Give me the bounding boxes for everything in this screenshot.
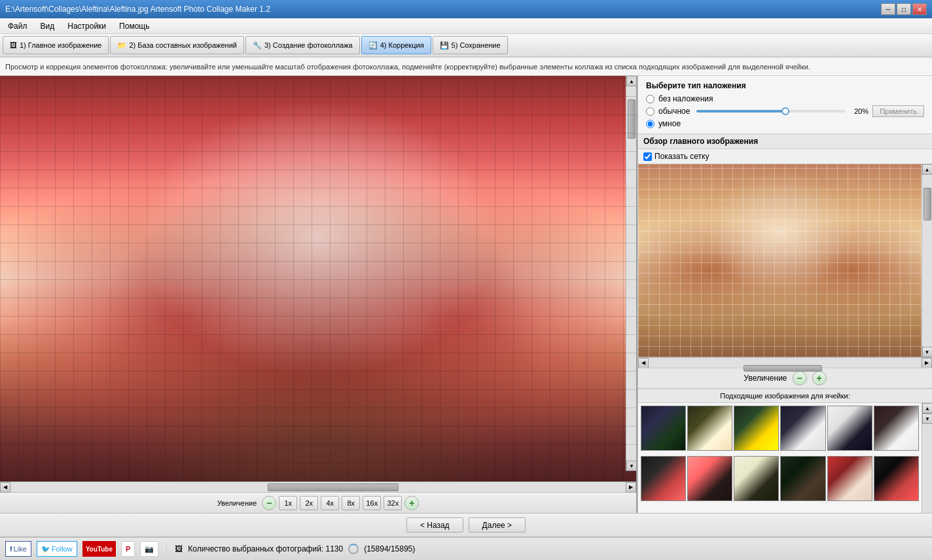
photos-count-icon: 🖼: [175, 544, 183, 553]
right-zoom-in-button[interactable]: +: [812, 371, 827, 385]
divider: [166, 542, 167, 555]
zoom-8x-button[interactable]: 8x: [342, 496, 360, 510]
matching-scroll-wrap: ▲ ▼: [638, 403, 932, 513]
menu-file[interactable]: Файл: [3, 20, 33, 32]
matching-title: Подходящие изображения для ячейки:: [638, 389, 932, 403]
step1-icon: 🖼: [10, 41, 17, 49]
list-item[interactable]: [780, 456, 825, 501]
list-item[interactable]: [780, 406, 825, 451]
zoom-label: Увеличение: [217, 499, 257, 507]
matching-scrollbar-v[interactable]: ▲ ▼: [922, 403, 932, 513]
matching-section: Подходящие изображения для ячейки:: [638, 389, 932, 513]
main-content: ▲ ▼ ◀ ▶ Увеличение − 1x 2x 4x 8x 16x 32x…: [0, 76, 932, 513]
preview-wrap: ▲ ▼: [638, 164, 932, 357]
preview-scroll-down[interactable]: ▼: [922, 347, 933, 357]
list-item[interactable]: [827, 406, 872, 451]
list-item[interactable]: [827, 456, 872, 501]
progress-spinner: [348, 544, 359, 554]
back-button[interactable]: < Назад: [406, 517, 463, 533]
step2-label: 2) База составных изображений: [129, 41, 236, 49]
matching-grid: [638, 403, 922, 508]
scroll-left-arrow[interactable]: ◀: [0, 482, 10, 493]
show-grid-bar: Показать сетку: [638, 149, 932, 164]
preview-scroll-left[interactable]: ◀: [638, 358, 649, 368]
list-item[interactable]: [734, 456, 779, 501]
list-item[interactable]: [687, 456, 732, 501]
info-text: Просмотр и коррекция элементов фотоколла…: [5, 63, 810, 71]
menu-help[interactable]: Помощь: [114, 20, 154, 32]
collage-image-inner: [0, 76, 636, 481]
scroll-h-thumb[interactable]: [268, 483, 399, 491]
preview-scroll-track-v: [922, 175, 933, 347]
zoom-1x-button[interactable]: 1x: [279, 496, 297, 510]
next-button[interactable]: Далее >: [469, 517, 526, 533]
info-bar: Просмотр и коррекция элементов фотоколла…: [0, 58, 932, 76]
title-bar: E:\Artensoft\Collages\Aleftina\Aleftina.…: [0, 0, 932, 18]
matching-scroll-down[interactable]: ▼: [922, 413, 932, 424]
menu-bar: Файл Вид Настройки Помощь: [0, 18, 932, 34]
step5-label: 5) Сохранение: [452, 41, 501, 49]
right-zoom-out-button[interactable]: −: [793, 371, 807, 385]
window-controls: ─ □ ✕: [881, 3, 927, 15]
progress-label: (15894/15895): [364, 544, 415, 553]
preview-header: Обзор главного изображения: [638, 134, 932, 149]
fb-like-label: Like: [14, 545, 27, 553]
overlay-section: Выберите тип наложения без наложения обы…: [638, 76, 932, 134]
overlay-none-radio[interactable]: [646, 95, 654, 103]
scroll-right-arrow[interactable]: ▶: [626, 482, 636, 493]
step2-icon: 📁: [117, 41, 126, 50]
list-item[interactable]: [874, 456, 919, 501]
right-zoom-label: Увеличение: [744, 374, 787, 383]
zoom-out-button[interactable]: −: [262, 496, 276, 510]
instagram-button[interactable]: 📷: [140, 541, 158, 557]
pinterest-button[interactable]: P: [121, 541, 135, 557]
zoom-2x-button[interactable]: 2x: [300, 496, 318, 510]
list-item[interactable]: [734, 406, 779, 451]
step5-button[interactable]: 💾 5) Сохранение: [433, 36, 508, 54]
matching-scroll-up[interactable]: ▲: [922, 403, 932, 413]
list-item[interactable]: [641, 456, 686, 501]
collage-viewport[interactable]: ▲ ▼: [0, 76, 636, 481]
apply-button[interactable]: Применить: [872, 105, 924, 117]
overlay-normal-radio[interactable]: [646, 107, 654, 116]
preview-scroll-right[interactable]: ▶: [922, 358, 932, 368]
youtube-button[interactable]: YouTube: [82, 541, 116, 557]
close-button[interactable]: ✕: [912, 3, 927, 15]
preview-scroll-up[interactable]: ▲: [922, 164, 933, 175]
collage-image: [0, 76, 636, 481]
zoom-16x-button[interactable]: 16x: [363, 496, 381, 510]
overlay-smart-radio[interactable]: [646, 120, 654, 128]
facebook-like-button[interactable]: f Like: [5, 541, 31, 557]
step1-button[interactable]: 🖼 1) Главное изображение: [3, 36, 109, 54]
list-item[interactable]: [874, 406, 919, 451]
collage-scrollbar-h[interactable]: ◀ ▶: [0, 481, 636, 492]
preview-scroll-thumb-v[interactable]: [923, 188, 931, 220]
overlay-slider[interactable]: [696, 110, 845, 113]
collage-panel: ▲ ▼ ◀ ▶ Увеличение − 1x 2x 4x 8x 16x 32x…: [0, 76, 637, 513]
preview-scroll-thumb-h[interactable]: [744, 365, 822, 372]
overlay-smart-row: умное: [646, 119, 924, 128]
preview-scrollbar-v[interactable]: ▲ ▼: [922, 164, 932, 357]
menu-settings[interactable]: Настройки: [62, 20, 111, 32]
step5-icon: 💾: [440, 41, 449, 50]
zoom-in-button[interactable]: +: [404, 496, 419, 510]
overlay-normal-row: обычное 20% Применить: [646, 105, 924, 117]
zoom-32x-button[interactable]: 32x: [384, 496, 402, 510]
preview-section: Обзор главного изображения Показать сетк…: [638, 134, 932, 513]
overlay-none-row: без наложения: [646, 94, 924, 103]
preview-title: Обзор главного изображения: [643, 137, 758, 146]
maximize-button[interactable]: □: [897, 3, 911, 15]
list-item[interactable]: [641, 406, 686, 451]
twitter-icon: 🐦: [41, 545, 50, 553]
step2-button[interactable]: 📁 2) База составных изображений: [110, 36, 243, 54]
minimize-button[interactable]: ─: [881, 3, 895, 15]
step4-button[interactable]: 🔄 4) Коррекция: [361, 36, 431, 54]
preview-inner[interactable]: [638, 164, 922, 357]
menu-view[interactable]: Вид: [35, 20, 60, 32]
show-grid-checkbox[interactable]: [643, 152, 652, 161]
twitter-follow-button[interactable]: 🐦 Follow: [37, 541, 77, 557]
zoom-4x-button[interactable]: 4x: [321, 496, 339, 510]
list-item[interactable]: [687, 406, 732, 451]
step3-button[interactable]: 🔧 3) Создание фотоколлажа: [245, 36, 360, 54]
preview-scrollbar-h[interactable]: ◀ ▶: [638, 357, 932, 368]
